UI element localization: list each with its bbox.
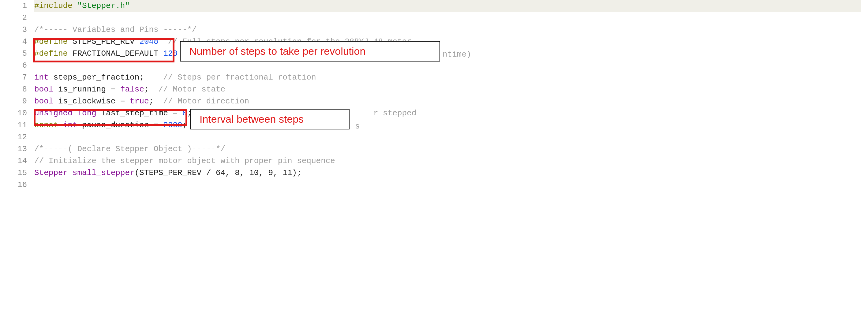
- comment: // Steps per fractional rotation: [163, 73, 316, 82]
- code-line-2[interactable]: [34, 12, 861, 24]
- line-number: 15: [0, 167, 27, 179]
- comment: /*----- Variables and Pins -----*/: [34, 25, 197, 34]
- line-number: 5: [0, 48, 27, 60]
- macro-name: FRACTIONAL_DEFAULT: [72, 49, 159, 58]
- macro-value: 128: [163, 49, 178, 58]
- code-line-12[interactable]: [34, 131, 861, 143]
- comment: // Motor state: [159, 85, 225, 94]
- var-name: is_clockwise: [58, 97, 115, 106]
- code-line-7[interactable]: int steps_per_fraction; // Steps per fra…: [34, 72, 861, 84]
- line-number: 3: [0, 24, 27, 36]
- object-name: small_stepper: [72, 168, 135, 177]
- var-name: last_step_time: [101, 109, 168, 118]
- line-number: 1: [0, 0, 27, 12]
- code-line-13[interactable]: /*-----( Declare Stepper Object )-----*/: [34, 143, 861, 155]
- type-keyword: unsigned: [34, 109, 72, 118]
- type-keyword: long: [77, 109, 96, 118]
- type-keyword: bool: [34, 97, 53, 106]
- macro-name: STEPS_PER_REV: [72, 37, 135, 46]
- code-line-4[interactable]: #define STEPS_PER_REV 2048 // Full steps…: [34, 36, 861, 48]
- annotation-callout-interval: Interval between steps: [190, 109, 349, 129]
- comment: // Motor direction: [163, 97, 249, 106]
- equals: =: [154, 121, 159, 130]
- bool-literal: false: [120, 85, 144, 94]
- preproc-include: #include: [34, 1, 72, 10]
- code-line-11[interactable]: const int pause_duration = 2000;: [34, 119, 861, 131]
- comment: /*-----( Declare Stepper Object )-----*/: [34, 144, 225, 154]
- line-number: 11: [0, 119, 27, 131]
- line-number: 14: [0, 155, 27, 167]
- const-keyword: const: [34, 121, 58, 130]
- line-number: 2: [0, 12, 27, 24]
- var-name: is_running: [58, 85, 106, 94]
- annotation-callout-steps: Number of steps to take per revolution: [180, 41, 440, 62]
- number-literal: 2000: [163, 121, 182, 130]
- code-line-6[interactable]: [34, 60, 861, 72]
- truncated-comment-fragment: s: [355, 121, 360, 132]
- equals: =: [111, 85, 116, 94]
- var-name: steps_per_fraction: [53, 73, 139, 82]
- code-editor: 1 2 3 4 5 6 7 8 9 10 11 12 13 14 15 16 #…: [0, 0, 861, 191]
- equals: =: [173, 109, 178, 118]
- macro-value: 2048: [139, 37, 158, 46]
- code-line-3[interactable]: /*----- Variables and Pins -----*/: [34, 24, 861, 36]
- code-line-9[interactable]: bool is_clockwise = true; // Motor direc…: [34, 95, 861, 107]
- type-keyword: int: [63, 121, 78, 130]
- comment: r stepped: [373, 109, 416, 118]
- number-literal: 0: [182, 109, 187, 118]
- code-line-14[interactable]: // Initialize the stepper motor object w…: [34, 155, 861, 167]
- line-number: 8: [0, 84, 27, 95]
- truncated-comment-fragment: ntime): [442, 48, 471, 61]
- line-number: 9: [0, 95, 27, 107]
- line-number: 10: [0, 107, 27, 119]
- preproc-define: #define: [34, 37, 68, 46]
- args: (STEPS_PER_REV / 64, 8, 10, 9, 11);: [135, 168, 302, 177]
- code-area[interactable]: #include "Stepper.h" /*----- Variables a…: [31, 0, 861, 191]
- comment: // Initialize the stepper motor object w…: [34, 156, 335, 166]
- line-number: 4: [0, 36, 27, 48]
- line-number: 12: [0, 131, 27, 143]
- line-number: 13: [0, 143, 27, 155]
- code-line-15[interactable]: Stepper small_stepper(STEPS_PER_REV / 64…: [34, 167, 861, 179]
- line-number: 7: [0, 72, 27, 84]
- bool-literal: true: [130, 97, 149, 106]
- line-number: 6: [0, 60, 27, 72]
- type-keyword: bool: [34, 85, 53, 94]
- code-line-8[interactable]: bool is_running = false; // Motor state: [34, 84, 861, 95]
- type-name: Stepper: [34, 168, 68, 177]
- line-number: 16: [0, 179, 27, 191]
- code-line-10[interactable]: unsigned long last_step_time = 0; // Tra…: [34, 107, 861, 119]
- line-number-gutter: 1 2 3 4 5 6 7 8 9 10 11 12 13 14 15 16: [0, 0, 31, 191]
- include-target: "Stepper.h": [77, 1, 130, 10]
- code-line-16[interactable]: [34, 179, 861, 191]
- preproc-define: #define: [34, 49, 68, 58]
- code-line-1[interactable]: #include "Stepper.h": [34, 0, 861, 12]
- equals: =: [120, 97, 125, 106]
- type-keyword: int: [34, 73, 49, 82]
- var-name: pause_duration: [82, 121, 149, 130]
